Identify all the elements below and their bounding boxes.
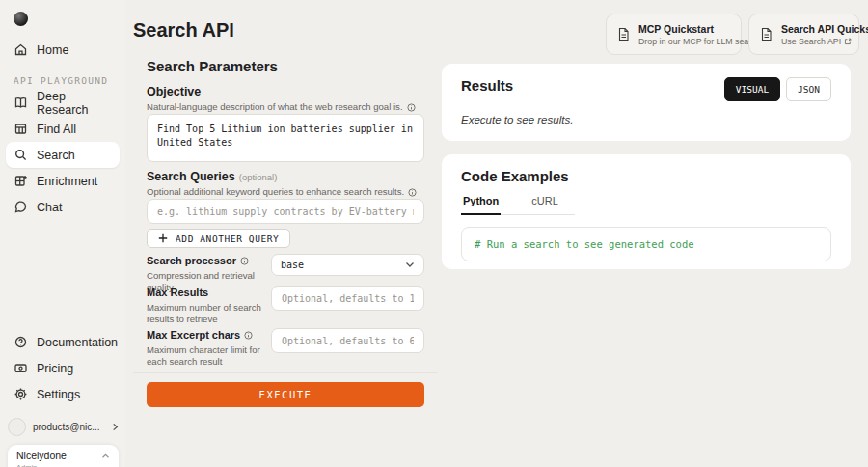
search-icon — [14, 148, 28, 162]
optional-tag: (optional) — [239, 172, 278, 182]
mcp-quickstart-subtitle-text: Drop in our MCP for LLM search — [638, 37, 760, 46]
file-icon — [760, 27, 773, 41]
results-empty-message: Execute to see results. — [461, 114, 831, 125]
sidebar-item-documentation[interactable]: Documentation — [6, 329, 120, 355]
sidebar: Home API PLAYGROUND Deep Research Find A… — [0, 0, 125, 467]
external-link-icon — [844, 38, 852, 45]
plus-icon — [158, 234, 168, 243]
code-examples-tabs: Python cURL — [461, 195, 575, 215]
account-row[interactable]: products@nic... — [8, 415, 120, 438]
max-excerpt-label-text: Max Excerpt chars — [147, 329, 240, 341]
org-role: Admin — [16, 463, 67, 467]
sidebar-item-pricing[interactable]: Pricing — [6, 355, 120, 381]
search-queries-description-text: Optional additional keyword queries to e… — [147, 186, 404, 198]
sidebar-item-label: Documentation — [37, 336, 118, 349]
objective-label: Objective — [147, 85, 424, 98]
avatar — [8, 418, 26, 436]
info-icon[interactable] — [407, 103, 416, 112]
org-name: Nicelydone — [16, 450, 67, 461]
sidebar-section-api-playground: API PLAYGROUND — [14, 75, 108, 86]
pricing-icon — [14, 361, 28, 375]
sidebar-item-find-all[interactable]: Find All — [6, 116, 120, 142]
sidebar-item-label: Pricing — [37, 362, 73, 375]
search-api-quickstart-subtitle: Use Search API — [781, 37, 868, 46]
code-examples-title: Code Examples — [461, 168, 831, 184]
max-excerpt-input[interactable] — [271, 328, 424, 353]
tab-python[interactable]: Python — [461, 195, 501, 215]
tab-curl[interactable]: cURL — [529, 195, 560, 214]
sidebar-item-search[interactable]: Search — [6, 142, 120, 168]
sidebar-item-label: Chat — [37, 201, 62, 214]
org-info: Nicelydone Admin — [16, 450, 67, 467]
search-api-quickstart-subtitle-text: Use Search API — [781, 37, 841, 46]
code-block: # Run a search to see generated code — [461, 227, 831, 261]
search-queries-label: Search Queries (optional) — [147, 170, 424, 183]
sidebar-item-deep-research[interactable]: Deep Research — [6, 90, 120, 116]
max-results-input[interactable] — [271, 286, 424, 311]
search-processor-select[interactable]: base — [271, 254, 424, 276]
results-panel: Results VISUAL JSON Execute to see resul… — [442, 64, 851, 141]
mcp-quickstart-card[interactable]: MCP Quickstart Drop in our MCP for LLM s… — [606, 14, 742, 55]
app-logo-icon[interactable] — [14, 12, 28, 26]
sidebar-item-label: Find All — [37, 123, 76, 136]
sidebar-item-settings[interactable]: Settings — [6, 381, 120, 407]
sidebar-item-home[interactable]: Home — [6, 37, 120, 63]
search-query-input[interactable] — [147, 199, 424, 224]
add-another-query-button[interactable]: ADD ANOTHER QUERY — [147, 229, 290, 248]
page-title: Search API — [133, 19, 234, 41]
search-queries-description: Optional additional keyword queries to e… — [147, 186, 424, 198]
sidebar-item-label: Settings — [37, 388, 80, 401]
execute-button[interactable]: EXECUTE — [147, 382, 424, 407]
search-processor-label-text: Search processor — [147, 255, 236, 266]
sidebar-item-chat[interactable]: Chat — [6, 194, 120, 220]
home-icon — [14, 42, 28, 57]
info-icon[interactable] — [408, 188, 417, 197]
chat-icon — [14, 200, 28, 214]
search-processor-value: base — [281, 260, 304, 270]
sidebar-item-label: Deep Research — [37, 90, 112, 117]
gear-icon — [14, 387, 28, 401]
results-title: Results — [461, 77, 513, 94]
file-icon — [617, 27, 630, 41]
chevron-right-icon — [111, 423, 120, 431]
sidebar-item-label: Search — [37, 149, 75, 162]
info-icon[interactable] — [240, 257, 249, 265]
add-another-query-label: ADD ANOTHER QUERY — [176, 234, 279, 244]
enrichment-icon — [14, 174, 28, 188]
table-icon — [14, 122, 28, 136]
sidebar-item-label: Enrichment — [37, 175, 97, 188]
account-email: products@nic... — [33, 422, 104, 432]
search-parameters-heading: Search Parameters — [147, 58, 424, 74]
search-api-quickstart-card[interactable]: Search API Quickstart Use Search API — [748, 14, 859, 55]
objective-label-text: Objective — [147, 85, 201, 98]
search-api-quickstart-title: Search API Quickstart — [781, 23, 868, 35]
objective-description: Natural-language description of what the… — [147, 101, 424, 113]
sidebar-item-label: Home — [37, 43, 68, 57]
sidebar-nav-footer: Documentation Pricing Settings — [6, 329, 120, 407]
search-api-quickstart-text: Search API Quickstart Use Search API — [781, 23, 868, 46]
org-switcher[interactable]: Nicelydone Admin — [8, 445, 119, 467]
book-open-icon — [14, 96, 28, 110]
max-results-description: Maximum number of search results to retr… — [147, 302, 264, 326]
json-toggle-button[interactable]: JSON — [786, 77, 831, 101]
code-examples-panel: Code Examples Python cURL # Run a search… — [442, 154, 851, 269]
chevron-up-icon — [101, 453, 110, 459]
objective-description-text: Natural-language description of what the… — [147, 101, 403, 113]
sidebar-nav-top: Home — [6, 37, 120, 63]
max-excerpt-description: Maximum character limit for each search … — [147, 344, 264, 369]
sidebar-item-enrichment[interactable]: Enrichment — [6, 168, 120, 194]
chevron-down-icon — [405, 261, 415, 268]
form-divider — [133, 372, 438, 373]
info-icon[interactable] — [244, 331, 253, 340]
results-view-toggle: VISUAL JSON — [724, 77, 831, 101]
sidebar-nav-playground: Deep Research Find All Search Enrichment… — [6, 90, 120, 220]
visual-toggle-button[interactable]: VISUAL — [724, 77, 780, 101]
objective-input[interactable]: Find Top 5 Lithium ion batteries supplie… — [147, 114, 424, 162]
help-icon — [14, 335, 28, 349]
search-queries-label-text: Search Queries — [147, 170, 235, 183]
